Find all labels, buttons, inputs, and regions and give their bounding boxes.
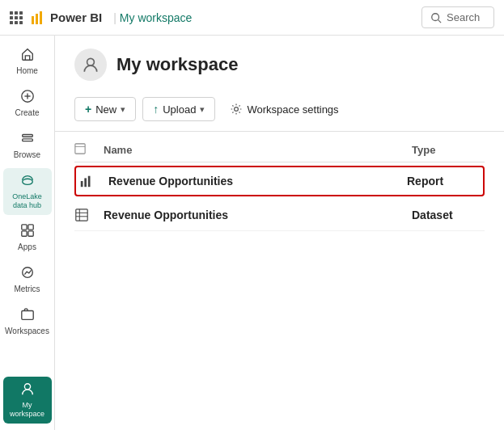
sidebar-label-myworkspace: Myworkspace xyxy=(10,401,44,419)
svg-rect-12 xyxy=(28,224,32,229)
table-row[interactable]: Revenue Opportunities Dataset xyxy=(74,200,485,231)
search-label: Search xyxy=(447,11,480,23)
sidebar-label-onelake: OneLakedata hub xyxy=(12,192,42,210)
svg-rect-22 xyxy=(81,181,83,187)
app-logo: Power BI xyxy=(31,11,102,25)
svg-rect-13 xyxy=(21,230,26,235)
gear-icon xyxy=(230,103,243,116)
header-icon-col xyxy=(74,143,104,157)
sidebar-item-home[interactable]: Home xyxy=(3,42,52,81)
topbar: Power BI | My workspace Search xyxy=(0,0,504,36)
workspace-avatar xyxy=(74,48,107,81)
create-icon xyxy=(20,89,35,106)
row-name-report: Revenue Opportunities xyxy=(108,175,407,188)
page-title: My workspace xyxy=(116,54,238,75)
sidebar-label-home: Home xyxy=(16,66,38,76)
upload-label: Upload xyxy=(163,103,196,116)
svg-rect-8 xyxy=(22,135,32,137)
upload-button[interactable]: ↑ Upload ▾ xyxy=(142,97,215,121)
col-name-header: Name xyxy=(104,144,412,156)
dataset-icon xyxy=(74,208,104,222)
settings-label: Workspace settings xyxy=(247,103,338,116)
content-area: My workspace + New ▾ ↑ Upload ▾ Workspac… xyxy=(55,36,504,430)
search-button[interactable]: Search xyxy=(421,6,494,28)
svg-point-17 xyxy=(24,384,30,390)
sidebar-label-browse: Browse xyxy=(14,150,40,160)
browse-icon xyxy=(20,131,35,148)
sidebar-label-workspaces: Workspaces xyxy=(5,327,49,336)
new-button[interactable]: + New ▾ xyxy=(74,97,136,121)
table-row[interactable]: Revenue Opportunities Report xyxy=(74,166,485,196)
svg-rect-14 xyxy=(28,230,32,235)
settings-button[interactable]: Workspace settings xyxy=(222,98,346,120)
svg-rect-1 xyxy=(36,14,38,24)
myworkspace-icon xyxy=(20,382,35,398)
workspaces-icon xyxy=(20,307,35,324)
powerbi-logo-icon xyxy=(31,11,45,25)
svg-rect-23 xyxy=(84,178,87,187)
new-label: New xyxy=(95,103,116,116)
table-header: Name Type xyxy=(74,138,485,162)
svg-line-4 xyxy=(438,19,442,23)
svg-point-10 xyxy=(22,179,32,184)
row-type-report: Report xyxy=(407,175,480,188)
sidebar-item-browse[interactable]: Browse xyxy=(3,126,52,165)
svg-rect-11 xyxy=(21,224,26,229)
sidebar-item-onelake[interactable]: OneLakedata hub xyxy=(3,168,52,215)
upload-icon: ↑ xyxy=(153,103,159,116)
sidebar-item-workspaces[interactable]: Workspaces xyxy=(3,302,52,341)
new-chevron-icon: ▾ xyxy=(121,104,125,115)
svg-rect-20 xyxy=(75,144,85,154)
upload-chevron-icon: ▾ xyxy=(200,104,205,115)
svg-point-18 xyxy=(87,58,95,65)
sidebar-item-create[interactable]: Create xyxy=(3,84,52,123)
svg-rect-25 xyxy=(76,209,87,221)
report-icon xyxy=(79,174,108,188)
sidebar-label-apps: Apps xyxy=(18,242,36,252)
svg-rect-2 xyxy=(40,11,42,24)
grid-icon[interactable] xyxy=(10,11,23,24)
sidebar-item-apps[interactable]: Apps xyxy=(3,218,52,257)
page-header: My workspace xyxy=(55,36,504,91)
sidebar: Home Create Browse xyxy=(0,36,55,430)
search-icon xyxy=(430,12,442,23)
sidebar-item-myworkspace[interactable]: Myworkspace xyxy=(3,377,52,424)
svg-point-3 xyxy=(432,13,439,20)
sidebar-item-metrics[interactable]: Metrics xyxy=(3,260,52,299)
app-name: Power BI xyxy=(50,11,102,24)
svg-rect-16 xyxy=(21,310,32,319)
plus-icon: + xyxy=(85,103,91,116)
sidebar-label-create: Create xyxy=(15,108,39,118)
svg-rect-24 xyxy=(88,176,91,188)
col-type-header: Type xyxy=(412,144,485,156)
topbar-workspace-link[interactable]: My workspace xyxy=(120,11,192,24)
toolbar: + New ▾ ↑ Upload ▾ Workspace settings xyxy=(55,91,504,132)
home-icon xyxy=(20,47,35,64)
svg-rect-0 xyxy=(32,16,34,24)
row-name-dataset: Revenue Opportunities xyxy=(104,209,412,221)
sidebar-label-metrics: Metrics xyxy=(14,285,40,294)
main-layout: Home Create Browse xyxy=(0,36,504,430)
apps-icon xyxy=(20,223,35,240)
onelake-icon xyxy=(20,173,35,190)
metrics-icon xyxy=(20,265,35,282)
table-area: Name Type Revenue Opportunities Report xyxy=(55,132,504,238)
svg-rect-9 xyxy=(22,139,32,141)
row-type-dataset: Dataset xyxy=(412,209,485,221)
svg-point-19 xyxy=(235,108,239,112)
